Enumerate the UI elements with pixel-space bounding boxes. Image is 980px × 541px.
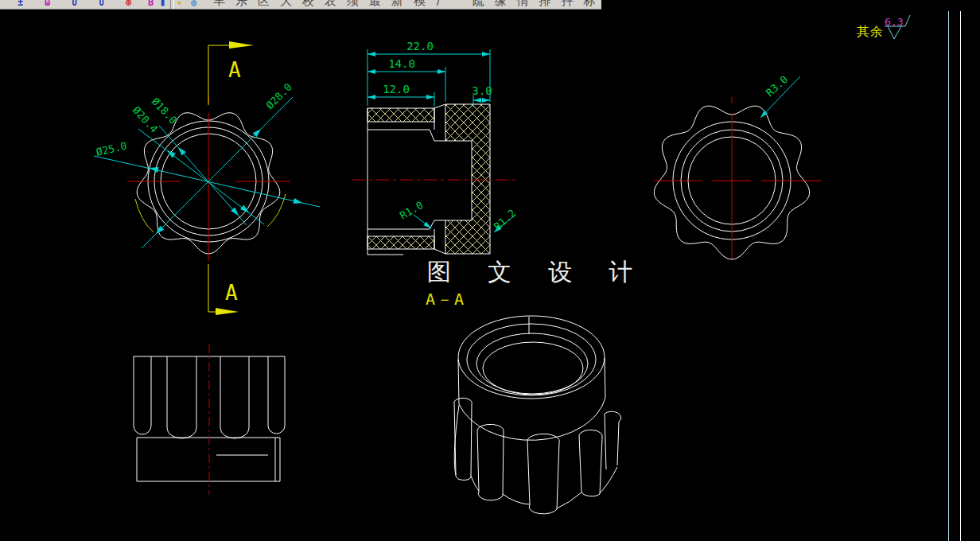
dim-style-icon[interactable]: ± — [18, 0, 23, 8]
roughness-note: 其余 6.3 — [857, 15, 910, 39]
window-title-text: 丰乐区大校农须最新模厂 疏缘情排抨标秘子 — [213, 0, 601, 9]
spline-icon[interactable]: ω — [45, 0, 50, 8]
fillet-r12: R1.2 — [492, 207, 518, 232]
dim-14: 14.0 — [388, 57, 415, 70]
ucs-icon[interactable]: ∪ — [72, 0, 77, 8]
section-ext-lines — [368, 49, 490, 107]
section-dim-texts: 22.0 14.0 12.0 3.0 — [383, 40, 492, 97]
cut-arrow-bottom — [216, 308, 239, 315]
dim-dia-28: Ø28.0 — [264, 81, 294, 111]
section-view: 22.0 14.0 12.0 3.0 R1.0 R1.2 图 文 设 计 A－A — [352, 40, 644, 309]
ucs-world-icon[interactable]: ∪ — [99, 0, 104, 8]
tube-wall-top-hatch — [368, 108, 434, 122]
dim-12: 12.0 — [383, 83, 410, 95]
globe-icon[interactable]: ◍ — [191, 0, 196, 8]
sheet-border — [949, 11, 961, 541]
drawing-canvas[interactable]: A A Ø18.0 Ø20.4 — [0, 0, 980, 541]
text-style-icon[interactable]: B — [148, 0, 154, 8]
star-icon[interactable]: ✦ — [177, 0, 182, 8]
cut-label-top: A — [228, 58, 241, 82]
iso-view — [454, 316, 621, 514]
columns-icon[interactable]: ⫴ — [161, 0, 165, 8]
dim-dia-25: Ø25.0 — [95, 140, 128, 158]
iso-skirt — [454, 405, 617, 508]
watermark-text: 图 文 设 计 — [427, 258, 644, 286]
cut-label-bottom: A — [225, 281, 238, 305]
back-view: R3.0 — [654, 73, 821, 259]
back-centerlines — [654, 97, 821, 259]
toolbar-separator — [170, 0, 174, 9]
highlight-arc-left — [135, 199, 154, 232]
front-dim-texts: Ø18.0 Ø20.4 Ø25.0 Ø28.0 — [95, 81, 294, 158]
front-view: A A Ø18.0 Ø20.4 — [94, 41, 320, 315]
cad-application-window: ± ω ∪ ∪ ⊕ B ⫴ ✦ ◍ 丰乐区大校农须最新模厂 疏缘情排抨标秘子 — [0, 0, 980, 541]
dim-3: 3.0 — [472, 84, 492, 97]
osnap-target-icon[interactable]: ⊕ — [126, 0, 131, 8]
cut-arrow-top — [229, 41, 254, 49]
section-label: A－A — [426, 290, 465, 309]
dim-22: 22.0 — [406, 40, 434, 53]
side-view — [134, 344, 285, 495]
fillet-r10: R1.0 — [398, 199, 426, 222]
dim-r3: R3.0 — [764, 73, 790, 99]
section-cut-marker: A A — [208, 41, 254, 315]
tube-wall-bottom-hatch — [368, 236, 434, 249]
roughness-prefix: 其余 — [857, 24, 884, 39]
end-wall-hatch — [445, 104, 490, 254]
toolbar-strip: ± ω ∪ ∪ ⊕ B ⫴ ✦ ◍ 丰乐区大校农须最新模厂 疏缘情排抨标秘子 — [0, 0, 601, 10]
highlight-arc-right — [267, 194, 286, 227]
